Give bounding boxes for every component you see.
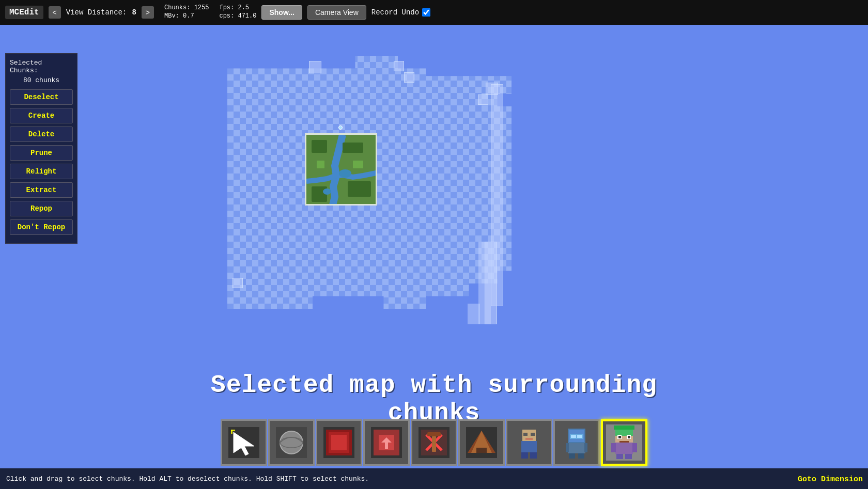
svg-rect-18 [331, 435, 347, 450]
svg-rect-39 [530, 452, 537, 459]
sidebar: Selected Chunks: 80 chunks Deselect Crea… [5, 53, 78, 244]
svg-rect-35 [531, 433, 535, 436]
fps-stat: fps: 2.5 [219, 4, 256, 12]
spawn-tool-icon [559, 424, 595, 461]
sidebar-title: Selected Chunks: [10, 59, 73, 74]
toolbar: MCEdit < View Distance: 8 > Chunks: 1255… [0, 0, 868, 25]
svg-rect-27 [432, 436, 436, 452]
hotbar-slot-spawn[interactable] [553, 419, 600, 466]
mbv-stat: MBv: 0.7 [164, 12, 209, 21]
delete-button[interactable]: Delete [10, 127, 73, 142]
fill-tool-icon [321, 424, 357, 461]
record-undo-label: Record Undo [371, 8, 419, 17]
svg-rect-48 [584, 443, 587, 452]
svg-rect-31 [476, 448, 487, 453]
svg-rect-44 [571, 435, 576, 438]
chunk-tool-icon [606, 424, 642, 461]
svg-rect-46 [568, 443, 585, 453]
hotbar-slot-replace[interactable] [363, 419, 410, 466]
map-marker [338, 125, 343, 130]
right-edge [491, 84, 503, 306]
svg-rect-11 [231, 430, 233, 434]
goto-dimension-button[interactable]: Goto Dimension [798, 475, 863, 484]
deselect-button[interactable]: Deselect [10, 89, 73, 105]
extract-button[interactable]: Extract [10, 182, 73, 198]
svg-point-7 [339, 169, 351, 178]
svg-rect-6 [353, 161, 363, 168]
chunks-stat: Chunks: 1255 [164, 4, 209, 12]
record-undo-checkbox[interactable] [422, 8, 430, 17]
hotbar-slot-player[interactable] [506, 419, 552, 466]
svg-rect-62 [632, 443, 637, 452]
create-button[interactable]: Create [10, 108, 73, 123]
svg-rect-53 [614, 425, 634, 430]
right-edge-step [468, 304, 480, 324]
svg-point-8 [323, 188, 331, 195]
svg-rect-5 [317, 161, 324, 168]
svg-rect-4 [312, 186, 327, 202]
show-button[interactable]: Show... [261, 5, 302, 20]
view-distance-value: 8 [132, 8, 136, 17]
svg-rect-47 [566, 443, 569, 452]
move-tool-icon [463, 424, 500, 461]
hotbar [221, 419, 647, 466]
edge-block [233, 278, 243, 288]
fps-stats: fps: 2.5 cps: 471.0 [219, 4, 256, 20]
delete-tool-icon [416, 424, 452, 461]
svg-rect-36 [525, 438, 533, 440]
edge-block [394, 61, 404, 71]
view-distance-label: View Distance: [66, 8, 127, 17]
svg-rect-58 [628, 436, 630, 438]
svg-rect-1 [312, 140, 327, 153]
status-bar-text: Click and drag to select chunks. Hold AL… [6, 475, 369, 483]
relight-button[interactable]: Relight [10, 164, 73, 179]
svg-rect-2 [343, 143, 363, 153]
edge-block [309, 61, 321, 73]
hotbar-slot-delete[interactable] [411, 419, 457, 466]
cps-stat: cps: 471.0 [219, 12, 256, 21]
svg-rect-64 [625, 454, 632, 459]
svg-rect-45 [577, 435, 582, 438]
svg-rect-37 [521, 441, 537, 452]
edge-block [478, 94, 488, 105]
map-thumbnail [305, 133, 377, 206]
view-distance-increase-button[interactable]: > [142, 6, 154, 19]
app-title: MCEdit [5, 6, 43, 19]
hotbar-slot-chunk[interactable] [601, 419, 647, 466]
dont-repop-button[interactable]: Don't Repop [10, 219, 73, 235]
performance-stats: Chunks: 1255 MBv: 0.7 [164, 4, 209, 20]
view-distance-decrease-button[interactable]: < [49, 6, 61, 19]
svg-rect-59 [619, 441, 629, 443]
camera-view-button[interactable]: Camera View [307, 5, 366, 20]
prune-button[interactable]: Prune [10, 145, 73, 161]
svg-rect-49 [569, 453, 575, 459]
hotbar-slot-sphere[interactable] [268, 419, 315, 466]
svg-rect-57 [618, 436, 621, 438]
hotbar-slot-move[interactable] [458, 419, 505, 466]
edge-block [404, 72, 414, 83]
svg-rect-34 [523, 433, 528, 436]
right-edge-lower [478, 242, 491, 324]
status-bar: Click and drag to select chunks. Hold AL… [0, 468, 868, 489]
main-area: Selected Chunks: 80 chunks Deselect Crea… [0, 25, 868, 489]
chunks-count: 80 chunks [10, 76, 73, 84]
hotbar-slot-selection[interactable] [221, 419, 267, 466]
hotbar-slot-fill[interactable] [316, 419, 362, 466]
svg-rect-38 [521, 452, 528, 459]
map-image [306, 135, 376, 204]
replace-tool-icon [368, 424, 405, 461]
svg-rect-60 [615, 443, 633, 454]
svg-point-13 [280, 431, 303, 454]
record-undo-control: Record Undo [371, 8, 430, 17]
svg-rect-3 [348, 181, 371, 197]
map-svg [306, 135, 377, 206]
player-tool-icon [511, 424, 547, 461]
svg-rect-61 [611, 443, 616, 452]
repop-button[interactable]: Repop [10, 201, 73, 216]
selection-tool-icon [226, 424, 262, 461]
svg-rect-63 [616, 454, 623, 459]
svg-rect-50 [578, 453, 584, 459]
svg-rect-26 [427, 432, 441, 436]
sphere-tool-icon [273, 424, 309, 461]
